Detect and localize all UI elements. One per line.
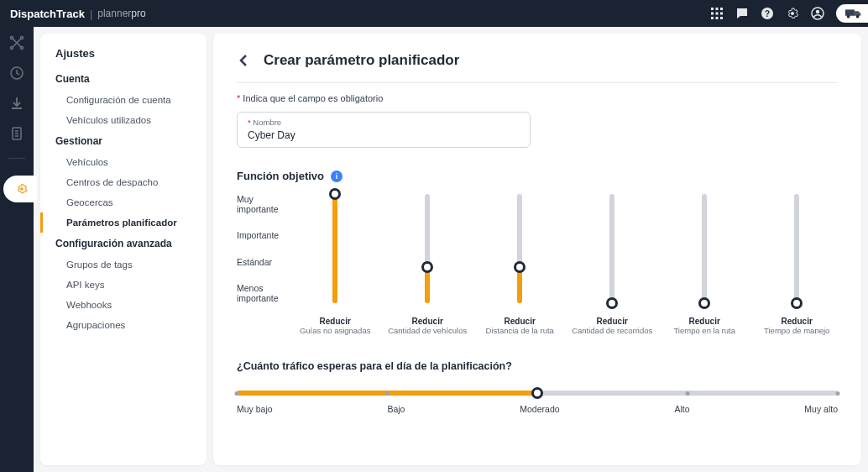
svg-rect-13 — [845, 9, 855, 15]
slider-y-labels: Muy importanteImportanteEstándarMenos im… — [237, 194, 289, 303]
sidebar-item[interactable]: Grupos de tags — [40, 254, 207, 275]
slider-handle[interactable] — [606, 297, 618, 309]
y-axis-label: Menos importante — [237, 283, 279, 303]
slider-track[interactable] — [702, 194, 707, 303]
slider-caption-title: Reducir — [764, 317, 829, 326]
traffic-slider[interactable]: Muy bajoBajoModeradoAltoMuy alto — [237, 391, 838, 414]
objective-sliders: Muy importanteImportanteEstándarMenos im… — [237, 194, 838, 335]
top-header: DispatchTrack | plannerpro ? — [0, 0, 868, 27]
slider-caption: Reducir Cantidad de recorridos — [572, 317, 652, 335]
traffic-label: Bajo — [387, 404, 405, 414]
svg-rect-4 — [716, 13, 719, 15]
slider-caption-subtitle: Guías no asignadas — [300, 326, 371, 335]
y-axis-label: Importante — [237, 230, 279, 240]
brand: DispatchTrack | plannerpro — [10, 8, 146, 20]
traffic-label: Alto — [674, 404, 689, 414]
slider-caption: Reducir Distancia de la ruta — [486, 317, 554, 335]
apps-icon[interactable] — [710, 7, 724, 20]
help-icon[interactable]: ? — [761, 7, 774, 20]
sidebar-section: Cuenta — [40, 68, 207, 90]
slider-column: Reducir Guías no asignadas — [289, 194, 381, 335]
rail-routes-icon[interactable] — [9, 35, 24, 50]
slider-caption-title: Reducir — [673, 317, 735, 326]
sidebar-section: Configuración avanzada — [40, 233, 207, 254]
brand-sub: plannerpro — [97, 8, 145, 19]
sidebar-section: Gestionar — [40, 130, 207, 152]
svg-rect-5 — [720, 13, 723, 15]
svg-rect-0 — [711, 8, 714, 10]
sidebar-item[interactable]: Agrupaciones — [40, 315, 207, 335]
slider-handle[interactable] — [421, 261, 433, 273]
slider-caption-title: Reducir — [486, 317, 554, 326]
settings-icon[interactable] — [786, 7, 799, 20]
svg-rect-8 — [720, 17, 723, 19]
rail-download-icon[interactable] — [9, 96, 24, 111]
slider-handle[interactable] — [329, 188, 341, 200]
rail-settings-icon[interactable] — [3, 176, 37, 202]
page-header: Crear parámetro planificador — [237, 52, 838, 83]
slider-caption-subtitle: Tiempo de manejo — [764, 326, 829, 335]
traffic-labels: Muy bajoBajoModeradoAltoMuy alto — [237, 404, 838, 414]
sidebar-item[interactable]: Geocercas — [40, 192, 207, 212]
account-icon[interactable] — [811, 7, 824, 20]
sidebar-item[interactable]: Vehículos utilizados — [40, 110, 207, 130]
icon-rail — [0, 27, 34, 472]
slider-track[interactable] — [609, 194, 614, 303]
rail-document-icon[interactable] — [9, 126, 24, 141]
svg-point-12 — [816, 10, 819, 13]
slider-track[interactable] — [425, 194, 430, 303]
required-note: * Indica que el campo es obligatorio — [237, 93, 838, 103]
slider-caption: Reducir Guías no asignadas — [300, 317, 371, 335]
svg-rect-3 — [711, 13, 714, 15]
slider-column: Reducir Tiempo de manejo — [750, 194, 843, 335]
slider-caption-subtitle: Cantidad de recorridos — [572, 326, 652, 335]
chat-icon[interactable] — [735, 7, 749, 20]
traffic-label: Muy alto — [804, 404, 838, 414]
name-field[interactable]: * Nombre — [237, 112, 531, 148]
slider-caption-subtitle: Tiempo en la ruta — [673, 326, 735, 335]
back-button[interactable] — [237, 53, 252, 68]
slider-caption-title: Reducir — [572, 317, 652, 326]
traffic-tick[interactable] — [235, 391, 239, 396]
svg-rect-2 — [720, 8, 723, 10]
rail-history-icon[interactable] — [9, 66, 24, 81]
svg-point-15 — [856, 15, 860, 18]
slider-caption-subtitle: Cantidad de vehículos — [388, 326, 467, 335]
brand-separator: | — [90, 8, 92, 20]
page-title: Crear parámetro planificador — [264, 52, 459, 69]
slider-caption: Reducir Tiempo en la ruta — [673, 317, 735, 335]
sidebar-item[interactable]: Vehículos — [40, 152, 207, 172]
traffic-section-title: ¿Cuánto tráfico esperas para el día de l… — [237, 360, 838, 372]
name-input[interactable] — [248, 129, 520, 141]
traffic-tick[interactable] — [686, 391, 690, 396]
slider-caption-subtitle: Distancia de la ruta — [486, 326, 554, 335]
slider-handle[interactable] — [514, 261, 526, 273]
slider-track[interactable] — [794, 194, 799, 303]
svg-rect-6 — [711, 17, 714, 19]
slider-track[interactable] — [517, 194, 522, 303]
slider-handle[interactable] — [698, 297, 710, 309]
slider-column: Reducir Distancia de la ruta — [473, 194, 566, 335]
sidebar-item[interactable]: Configuración de cuenta — [40, 90, 207, 110]
main-content: Crear parámetro planificador * Indica qu… — [213, 34, 861, 465]
traffic-track[interactable] — [237, 391, 838, 396]
slider-column: Reducir Cantidad de vehículos — [381, 194, 473, 335]
sidebar-title: Ajustes — [40, 47, 207, 68]
slider-handle[interactable] — [791, 297, 803, 309]
slider-column: Reducir Cantidad de recorridos — [566, 194, 658, 335]
traffic-tick[interactable] — [385, 391, 390, 396]
traffic-tick[interactable] — [836, 391, 840, 396]
slider-track[interactable] — [332, 194, 337, 303]
sidebar-item[interactable]: API keys — [40, 275, 207, 295]
truck-badge[interactable] — [836, 4, 868, 23]
settings-sidebar: Ajustes CuentaConfiguración de cuentaVeh… — [40, 34, 207, 465]
sidebar-item[interactable]: Centros de despacho — [40, 172, 207, 192]
header-actions: ? — [710, 4, 858, 23]
svg-rect-7 — [716, 17, 719, 19]
rail-divider — [8, 158, 25, 159]
sidebar-item[interactable]: Webhooks — [40, 295, 207, 315]
y-axis-label: Estándar — [237, 257, 279, 267]
traffic-handle[interactable] — [531, 387, 543, 399]
sidebar-item[interactable]: Parámetros planificador — [40, 212, 207, 233]
info-icon[interactable]: i — [331, 170, 342, 182]
